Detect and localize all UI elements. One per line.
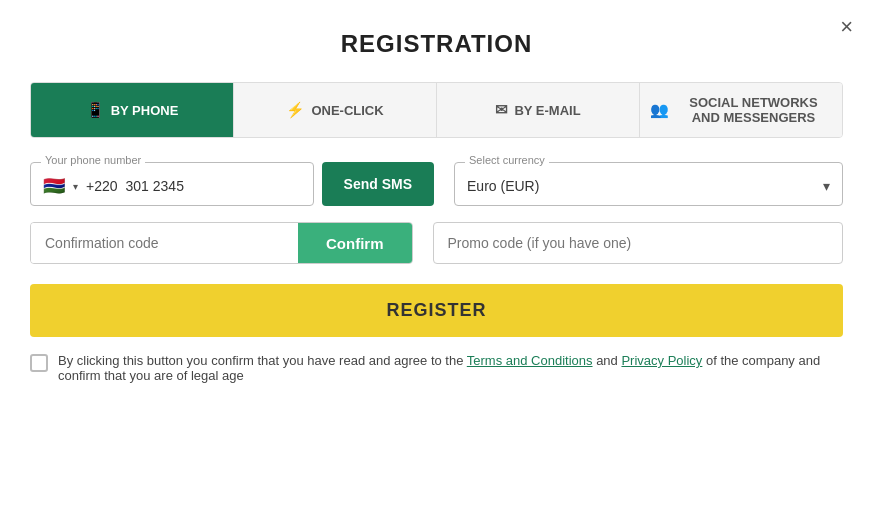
terms-text: By clicking this button you confirm that… — [58, 353, 843, 383]
tab-social-networks[interactable]: 👥 SOCIAL NETWORKS AND MESSENGERS — [640, 83, 842, 137]
tab-by-email-label: BY E-MAIL — [514, 103, 580, 118]
modal-title: REGISTRATION — [30, 30, 843, 58]
terms-row: By clicking this button you confirm that… — [30, 353, 843, 383]
code-promo-row: Confirm — [30, 222, 843, 264]
phone-prefix: +220 — [86, 178, 118, 194]
currency-fieldset: Select currency Euro (EUR) USD ($) GBP (… — [454, 162, 843, 206]
modal: × REGISTRATION 📱 BY PHONE ⚡ ONE-CLICK ✉ … — [0, 0, 873, 512]
promo-code-input[interactable] — [433, 222, 844, 264]
one-click-tab-icon: ⚡ — [286, 101, 305, 119]
confirm-button[interactable]: Confirm — [298, 223, 412, 263]
register-button[interactable]: REGISTER — [30, 284, 843, 337]
phone-currency-row: Your phone number 🇬🇲 ▾ +220 Send SMS Sel… — [30, 162, 843, 206]
phone-row: Your phone number 🇬🇲 ▾ +220 Send SMS — [30, 162, 434, 206]
social-tab-icon: 👥 — [650, 101, 669, 119]
modal-overlay: × REGISTRATION 📱 BY PHONE ⚡ ONE-CLICK ✉ … — [0, 0, 873, 512]
tab-social-networks-label: SOCIAL NETWORKS AND MESSENGERS — [675, 95, 832, 125]
terms-prefix: By clicking this button you confirm that… — [58, 353, 467, 368]
confirmation-code-input[interactable] — [31, 223, 298, 263]
tab-one-click[interactable]: ⚡ ONE-CLICK — [234, 83, 437, 137]
tabs-bar: 📱 BY PHONE ⚡ ONE-CLICK ✉ BY E-MAIL 👥 SOC… — [30, 82, 843, 138]
tab-by-email[interactable]: ✉ BY E-MAIL — [437, 83, 640, 137]
terms-checkbox[interactable] — [30, 354, 48, 372]
close-button[interactable]: × — [840, 16, 853, 38]
privacy-policy-link[interactable]: Privacy Policy — [621, 353, 702, 368]
phone-section: Your phone number 🇬🇲 ▾ +220 Send SMS — [30, 162, 434, 206]
terms-and: and — [593, 353, 622, 368]
phone-number-fieldset: Your phone number 🇬🇲 ▾ +220 — [30, 162, 314, 206]
currency-label: Select currency — [465, 154, 549, 166]
flag-dropdown-icon[interactable]: ▾ — [73, 181, 78, 192]
confirmation-wrapper: Confirm — [30, 222, 413, 264]
phone-tab-icon: 📱 — [86, 101, 105, 119]
tab-one-click-label: ONE-CLICK — [311, 103, 383, 118]
currency-section: Select currency Euro (EUR) USD ($) GBP (… — [454, 162, 843, 206]
phone-number-label: Your phone number — [41, 154, 145, 166]
tab-by-phone[interactable]: 📱 BY PHONE — [31, 83, 234, 137]
currency-chevron-icon: ▾ — [823, 178, 830, 194]
send-sms-button[interactable]: Send SMS — [322, 162, 434, 206]
tab-by-phone-label: BY PHONE — [111, 103, 179, 118]
email-tab-icon: ✉ — [495, 101, 508, 119]
phone-number-input[interactable] — [126, 178, 301, 194]
flag-icon: 🇬🇲 — [43, 175, 65, 197]
terms-conditions-link[interactable]: Terms and Conditions — [467, 353, 593, 368]
currency-select[interactable]: Euro (EUR) USD ($) GBP (£) — [467, 178, 823, 194]
